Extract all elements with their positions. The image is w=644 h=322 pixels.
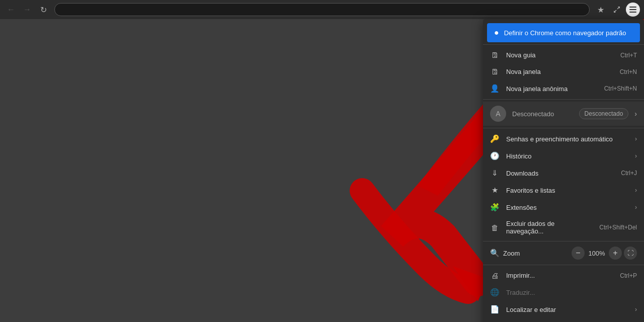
extensions-button[interactable] bbox=[610, 3, 624, 17]
favoritos-arrow: › bbox=[635, 187, 637, 194]
divider-4 bbox=[483, 241, 644, 242]
bookmark-button[interactable]: ★ bbox=[594, 3, 608, 17]
nova-guia-label: Nova guia bbox=[506, 51, 613, 59]
chrome-menu-button[interactable] bbox=[626, 3, 640, 17]
menu-item-excluir-dados[interactable]: 🗑 Excluir dados de navegação... Ctrl+Shi… bbox=[483, 216, 644, 239]
menu-item-extensoes[interactable]: 🧩 Extensões › bbox=[483, 199, 644, 216]
downloads-icon: ⇓ bbox=[490, 169, 499, 178]
history-icon: 🕐 bbox=[490, 151, 499, 160]
chrome-dropdown-menu: ● Definir o Chrome como navegador padrão… bbox=[483, 19, 644, 322]
imprimir-shortcut: Ctrl+P bbox=[620, 272, 637, 279]
zoom-fullscreen-button[interactable]: ⛶ bbox=[624, 247, 637, 260]
divider-2 bbox=[483, 99, 644, 100]
menu-item-nova-janela[interactable]: 🖺 Nova janela Ctrl+N bbox=[483, 63, 644, 80]
clear-data-icon: 🗑 bbox=[490, 223, 499, 232]
favoritos-label: Favoritos e listas bbox=[506, 187, 624, 194]
account-status: Desconectado bbox=[512, 110, 573, 118]
excluir-dados-label: Excluir dados de navegação... bbox=[506, 220, 592, 235]
incognito-icon: 👤 bbox=[490, 84, 499, 93]
divider-3 bbox=[483, 128, 644, 128]
zoom-in-button[interactable]: + bbox=[609, 247, 622, 260]
chrome-icon: ● bbox=[494, 28, 499, 37]
janela-anonima-label: Nova janela anônima bbox=[506, 85, 597, 93]
nova-janela-label: Nova janela bbox=[506, 68, 613, 75]
divider-5 bbox=[483, 265, 644, 265]
menu-item-senhas[interactable]: 🔑 Senhas e preenchimento automático › bbox=[483, 130, 644, 147]
translate-icon: 🌐 bbox=[490, 288, 499, 297]
nova-guia-shortcut: Ctrl+T bbox=[620, 52, 637, 59]
nova-janela-shortcut: Ctrl+N bbox=[620, 68, 637, 75]
zoom-out-button[interactable]: − bbox=[572, 247, 585, 260]
set-default-browser-button[interactable]: ● Definir o Chrome como navegador padrão bbox=[487, 23, 640, 42]
downloads-shortcut: Ctrl+J bbox=[621, 170, 637, 177]
imprimir-label: Imprimir... bbox=[506, 272, 613, 279]
zoom-value: 100% bbox=[587, 250, 607, 257]
menu-item-traduzir[interactable]: 🌐 Traduzir... bbox=[483, 284, 644, 301]
account-status-badge[interactable]: Desconectado bbox=[579, 108, 629, 119]
extensions-icon: 🧩 bbox=[490, 203, 499, 212]
historico-arrow: › bbox=[635, 152, 637, 159]
localizar-label: Localizar e editar bbox=[506, 306, 624, 313]
downloads-label: Downloads bbox=[506, 170, 614, 177]
passwords-icon: 🔑 bbox=[490, 134, 499, 143]
menu-item-localizar[interactable]: 📄 Localizar e editar › bbox=[483, 301, 644, 318]
senhas-arrow: › bbox=[635, 135, 637, 142]
menu-item-imprimir[interactable]: 🖨 Imprimir... Ctrl+P bbox=[483, 267, 644, 284]
new-tab-icon: 🖺 bbox=[490, 51, 499, 59]
menu-item-salvar[interactable]: 📄 Salvar e compartilhar › bbox=[483, 318, 644, 322]
extensoes-arrow: › bbox=[635, 204, 637, 211]
menu-item-janela-anonima[interactable]: 👤 Nova janela anônima Ctrl+Shift+N bbox=[483, 80, 644, 97]
zoom-label: Zoom bbox=[503, 250, 568, 257]
account-arrow[interactable]: › bbox=[634, 110, 637, 118]
reload-button[interactable]: ↻ bbox=[36, 3, 50, 17]
janela-anonima-shortcut: Ctrl+Shift+N bbox=[604, 85, 637, 92]
traduzir-label: Traduzir... bbox=[506, 289, 637, 296]
bookmarks-icon: ★ bbox=[490, 186, 499, 195]
browser-toolbar: ← → ↻ ★ bbox=[0, 0, 644, 19]
menu-item-downloads[interactable]: ⇓ Downloads Ctrl+J bbox=[483, 165, 644, 182]
menu-item-nova-guia[interactable]: 🖺 Nova guia Ctrl+T bbox=[483, 47, 644, 63]
forward-button[interactable]: → bbox=[20, 3, 34, 17]
print-icon: 🖨 bbox=[490, 271, 499, 280]
senhas-label: Senhas e preenchimento automático bbox=[506, 135, 624, 143]
menu-item-favoritos[interactable]: ★ Favoritos e listas › bbox=[483, 182, 644, 199]
extensoes-label: Extensões bbox=[506, 204, 624, 211]
zoom-controls: − 100% + ⛶ bbox=[572, 247, 637, 260]
zoom-section: 🔍 Zoom − 100% + ⛶ bbox=[483, 244, 644, 263]
address-bar[interactable] bbox=[54, 3, 590, 16]
divider-1 bbox=[483, 44, 644, 45]
account-section[interactable]: A Desconectado Desconectado › bbox=[483, 102, 644, 126]
zoom-icon: 🔍 bbox=[490, 249, 499, 258]
excluir-dados-shortcut: Ctrl+Shift+Del bbox=[599, 224, 637, 231]
historico-label: Histórico bbox=[506, 152, 624, 160]
address-input[interactable] bbox=[60, 6, 584, 14]
new-window-icon: 🖺 bbox=[490, 67, 499, 76]
toolbar-icons: ★ bbox=[594, 3, 640, 17]
back-button[interactable]: ← bbox=[4, 3, 18, 17]
set-default-label: Definir o Chrome como navegador padrão bbox=[504, 29, 633, 37]
menu-item-historico[interactable]: 🕐 Histórico › bbox=[483, 147, 644, 165]
account-avatar: A bbox=[490, 106, 506, 122]
page-content: ● Definir o Chrome como navegador padrão… bbox=[0, 19, 644, 322]
localizar-arrow: › bbox=[635, 306, 637, 313]
nav-buttons: ← → ↻ bbox=[4, 3, 50, 17]
find-icon: 📄 bbox=[490, 305, 499, 314]
